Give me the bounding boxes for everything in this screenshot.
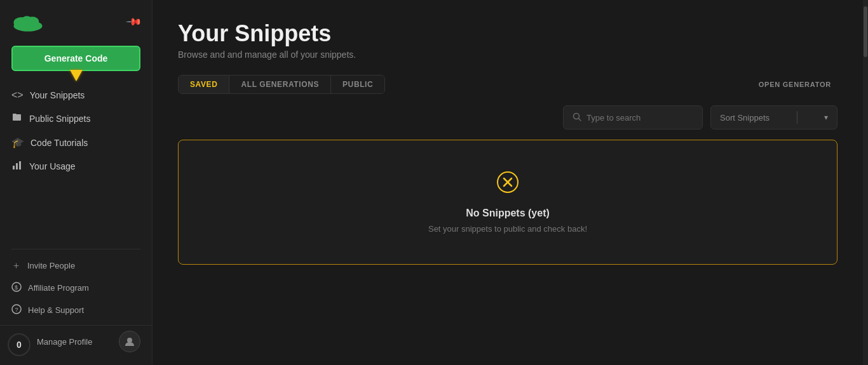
profile-label[interactable]: Manage Profile	[37, 337, 92, 347]
svg-line-13	[579, 118, 581, 121]
generate-code-button[interactable]: Generate Code	[11, 46, 140, 71]
nav-section: <> Your Snippets Public Snippets 🎓 Code …	[0, 80, 152, 182]
tab-all-generations[interactable]: ALL GENERATIONS	[229, 76, 331, 93]
sidebar-bottom: ＋ Invite People $ Affiliate Program ? He…	[0, 237, 152, 365]
search-input[interactable]	[587, 113, 693, 123]
svg-rect-4	[13, 166, 15, 169]
code-icon: <>	[11, 90, 24, 101]
svg-text:?: ?	[15, 307, 18, 313]
profile-row: 0 Manage Profile	[0, 325, 152, 357]
cursor-arrow-icon	[70, 70, 83, 81]
bar-chart-icon	[11, 160, 23, 173]
sidebar-item-help-support[interactable]: ? Help & Support	[0, 299, 152, 321]
sidebar-item-affiliate-program[interactable]: $ Affiliate Program	[0, 277, 152, 299]
tabs-row: SAVED ALL GENERATIONS PUBLIC OPEN GENERA…	[178, 75, 837, 94]
sidebar: 📌 Generate Code <> Your Snippets Public …	[0, 0, 153, 365]
page-subtitle: Browse and and manage all of your snippe…	[178, 50, 837, 60]
empty-state-subtitle: Set your snippets to public and check ba…	[428, 224, 587, 234]
tabs: SAVED ALL GENERATIONS PUBLIC	[178, 75, 385, 94]
sort-box[interactable]: Sort Snippets ▾	[710, 105, 837, 129]
empty-state-title: No Snippets (yet)	[466, 208, 550, 219]
sidebar-item-label: Help & Support	[28, 305, 84, 315]
sort-label: Sort Snippets	[720, 113, 770, 123]
generate-btn-wrapper: Generate Code	[0, 41, 152, 80]
svg-point-11	[127, 338, 132, 343]
search-sort-row: Sort Snippets ▾	[178, 105, 837, 129]
main-content: Your Snippets Browse and and manage all …	[153, 0, 863, 365]
tab-saved[interactable]: SAVED	[179, 76, 229, 93]
graduation-icon: 🎓	[11, 136, 24, 149]
sidebar-item-your-usage[interactable]: Your Usage	[0, 154, 152, 178]
empty-state-icon	[496, 171, 519, 199]
search-icon	[573, 112, 581, 123]
chevron-down-icon: ▾	[824, 113, 828, 122]
page-title: Your Snippets	[178, 20, 837, 47]
question-icon: ?	[11, 304, 22, 316]
svg-text:$: $	[15, 284, 18, 291]
empty-state-card: No Snippets (yet) Set your snippets to p…	[178, 140, 837, 265]
svg-rect-6	[19, 161, 21, 169]
plus-icon: ＋	[11, 260, 21, 272]
svg-rect-5	[16, 163, 18, 169]
sidebar-item-label: Affiliate Program	[28, 283, 89, 293]
search-box	[563, 105, 703, 129]
sidebar-header: 📌	[0, 0, 152, 41]
sidebar-divider	[11, 249, 140, 249]
sidebar-item-label: Public Snippets	[29, 114, 91, 124]
avatar[interactable]	[119, 331, 140, 352]
logo-icon	[11, 10, 44, 33]
sidebar-item-label: Your Usage	[29, 161, 76, 171]
open-generator-button[interactable]: OPEN GENERATOR	[752, 77, 837, 92]
tab-public[interactable]: PUBLIC	[331, 76, 384, 93]
sidebar-item-invite-people[interactable]: ＋ Invite People	[0, 255, 152, 277]
sidebar-item-code-tutorials[interactable]: 🎓 Code Tutorials	[0, 131, 152, 154]
sidebar-item-label: Invite People	[27, 261, 75, 270]
scrollbar-track	[863, 0, 868, 365]
sidebar-item-public-snippets[interactable]: Public Snippets	[0, 107, 152, 131]
sidebar-item-label: Code Tutorials	[31, 138, 88, 148]
scrollbar-thumb[interactable]	[864, 6, 867, 57]
sidebar-item-your-snippets[interactable]: <> Your Snippets	[0, 84, 152, 107]
notification-badge: 0	[8, 333, 31, 356]
pin-icon[interactable]: 📌	[125, 13, 143, 30]
folder-icon	[11, 112, 23, 125]
svg-point-3	[22, 16, 32, 25]
sidebar-item-label: Your Snippets	[30, 90, 85, 100]
dollar-icon: $	[11, 282, 22, 294]
sort-divider	[797, 111, 797, 124]
